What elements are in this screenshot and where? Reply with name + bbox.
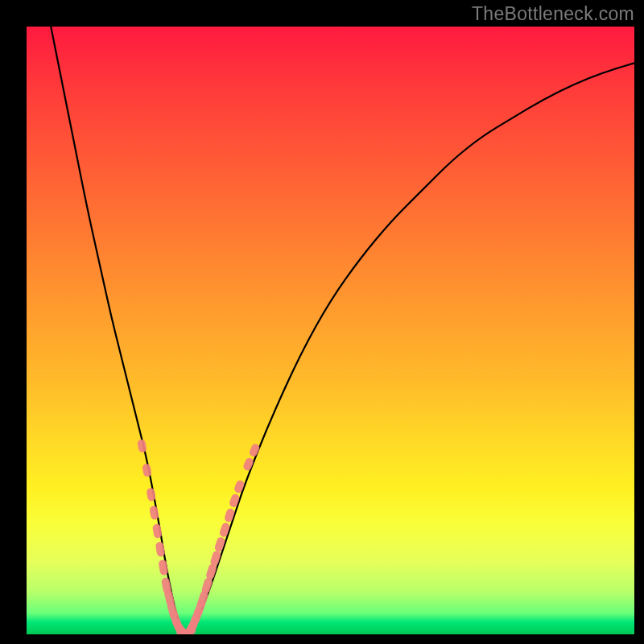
curve-marker [146, 487, 156, 502]
curve-marker [233, 479, 246, 494]
chart-frame: TheBottleneck.com [0, 0, 644, 644]
curve-marker [149, 506, 159, 520]
curve-marker [158, 559, 168, 576]
curve-marker [248, 443, 261, 458]
curve-marker [137, 439, 147, 453]
bottleneck-curve [51, 27, 634, 631]
curve-marker [224, 507, 236, 522]
plot-area [27, 27, 634, 634]
watermark-text: TheBottleneck.com [472, 3, 634, 25]
curve-marker [155, 541, 166, 557]
curve-path [51, 27, 634, 631]
curve-marker [152, 523, 163, 539]
curve-marker [229, 493, 241, 508]
marker-group [137, 439, 261, 634]
curve-marker [242, 456, 254, 472]
curve-layer [27, 27, 634, 634]
